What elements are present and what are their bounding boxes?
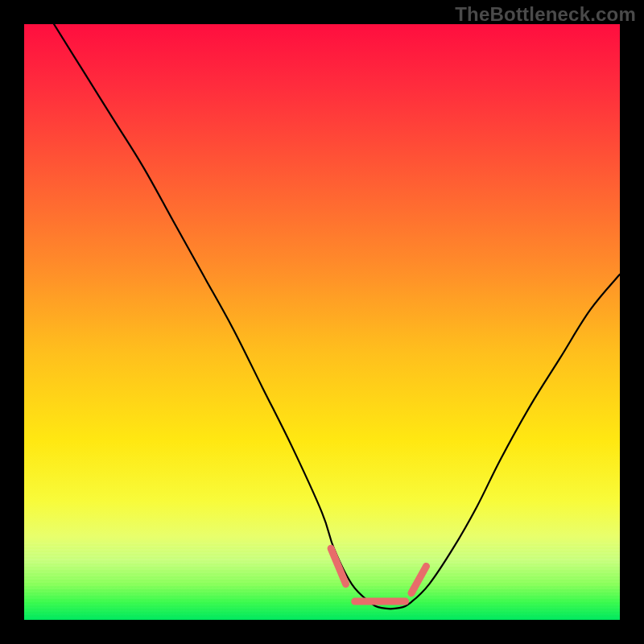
optimal-marker-segment <box>331 548 346 584</box>
optimal-range-markers <box>331 548 426 601</box>
bottleneck-curve <box>54 24 620 609</box>
curve-layer <box>24 24 620 620</box>
plot-area <box>24 24 620 620</box>
chart-frame: TheBottleneck.com <box>0 0 644 644</box>
watermark-text: TheBottleneck.com <box>455 3 636 26</box>
